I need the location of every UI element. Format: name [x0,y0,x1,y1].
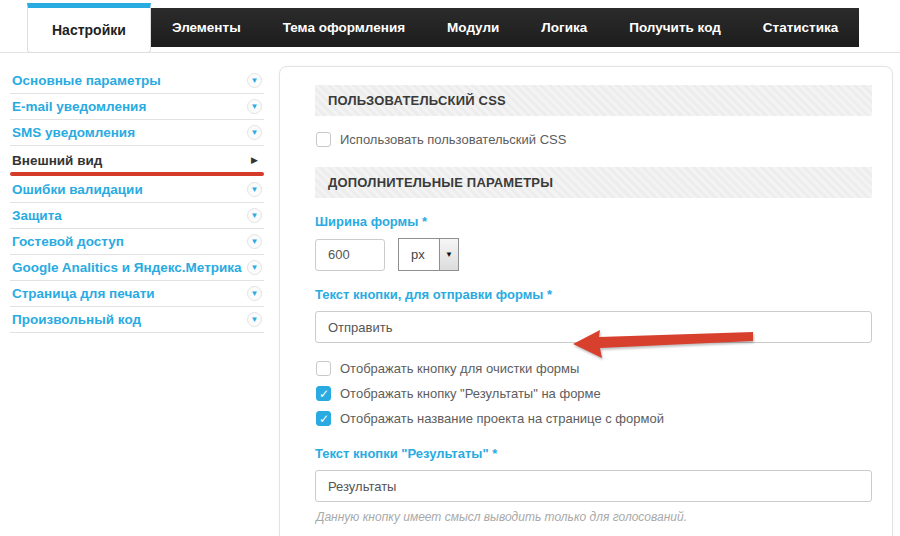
tab-logic[interactable]: Логика [520,8,608,47]
chevron-down-icon[interactable]: ▼ [247,234,262,249]
results-button-text-input[interactable] [315,470,872,502]
submit-button-text-label: Текст кнопки, для отправки формы * [315,287,872,302]
sidebar-item-protection[interactable]: Защита ▼ [10,203,264,229]
section-header-custom-css: ПОЛЬЗОВАТЕЛЬСКИЙ CSS [315,85,872,116]
section-header-additional-params: ДОПОЛНИТЕЛЬНЫЕ ПАРАМЕТРЫ [315,167,872,198]
sidebar-item-label: Google Analitics и Яндекс.Метрика [12,260,242,275]
tab-get-code[interactable]: Получить код [608,8,742,47]
active-item-underline [10,172,264,176]
sidebar-item-label: SMS уведомления [12,125,135,140]
sidebar-item-sms-notifications[interactable]: SMS уведомления ▼ [10,120,264,146]
form-width-unit-select[interactable]: px ▼ [398,238,459,271]
sidebar-item-label: Гостевой доступ [12,234,124,249]
sidebar-item-label: Ошибки валидации [12,182,143,197]
sidebar-item-label: E-mail уведомления [12,99,146,114]
tab-theme[interactable]: Тема оформления [262,8,426,47]
results-button-hint: Данную кнопку имеет смысл выводить тольк… [316,510,871,524]
sidebar-item-print-page[interactable]: Страница для печати ▼ [10,281,264,307]
chevron-down-icon[interactable]: ▼ [247,286,262,301]
sidebar-item-label: Основные параметры [12,73,161,88]
chevron-down-icon[interactable]: ▼ [247,260,262,275]
sidebar-item-guest-access[interactable]: Гостевой доступ ▼ [10,229,264,255]
checkbox-label: Использовать пользовательский CSS [340,132,566,147]
results-button-text-label: Текст кнопки "Результаты" * [315,446,872,461]
checkbox-icon[interactable] [316,132,331,147]
checkbox-icon[interactable] [316,386,331,401]
main-navigation: Элементы Тема оформления Модули Логика П… [151,8,859,47]
checkbox-show-results-button[interactable]: Отображать кнопку "Результаты" на форме [315,382,872,405]
chevron-down-icon[interactable]: ▼ [247,182,262,197]
sidebar-item-label: Произвольный код [12,312,141,327]
sidebar-item-label: Внешний вид [12,153,102,168]
sidebar-item-label: Страница для печати [12,286,155,301]
settings-sidebar: Основные параметры ▼ E-mail уведомления … [10,68,264,333]
tab-modules[interactable]: Модули [426,8,520,47]
chevron-down-icon[interactable]: ▼ [247,125,262,140]
checkbox-use-custom-css[interactable]: Использовать пользовательский CSS [315,128,872,151]
checkbox-label: Отображать кнопку "Результаты" на форме [340,386,601,401]
sidebar-item-custom-code[interactable]: Произвольный код ▼ [10,307,264,333]
tab-elements[interactable]: Элементы [151,8,262,47]
checkbox-label: Отображать кнопку для очистки формы [340,361,579,376]
submit-button-text-input[interactable] [315,311,872,343]
select-dropdown-icon[interactable]: ▼ [439,239,458,270]
selected-unit: px [399,239,439,270]
sidebar-item-email-notifications[interactable]: E-mail уведомления ▼ [10,94,264,120]
settings-panel: ПОЛЬЗОВАТЕЛЬСКИЙ CSS Использовать пользо… [279,66,893,536]
top-tab-strip: Настройки Элементы Тема оформления Модул… [0,0,900,54]
form-width-label: Ширина формы * [315,214,872,229]
checkbox-icon[interactable] [316,411,331,426]
form-width-input[interactable] [315,239,385,271]
tab-settings[interactable]: Настройки [27,3,151,53]
checkbox-show-project-name[interactable]: Отображать название проекта на странице … [315,407,872,430]
checkbox-show-clear-button[interactable]: Отображать кнопку для очистки формы [315,357,872,380]
chevron-down-icon[interactable]: ▼ [247,208,262,223]
checkbox-icon[interactable] [316,361,331,376]
sidebar-item-appearance[interactable]: Внешний вид ▶ [10,146,264,172]
sidebar-item-validation-errors[interactable]: Ошибки валидации ▼ [10,177,264,203]
sidebar-item-main-params[interactable]: Основные параметры ▼ [10,68,264,94]
chevron-down-icon[interactable]: ▼ [247,99,262,114]
chevron-right-icon: ▶ [251,156,258,165]
chevron-down-icon[interactable]: ▼ [247,73,262,88]
chevron-down-icon[interactable]: ▼ [247,312,262,327]
checkbox-label: Отображать название проекта на странице … [340,411,664,426]
tab-statistics[interactable]: Статистика [742,8,859,47]
sidebar-item-analytics[interactable]: Google Analitics и Яндекс.Метрика ▼ [10,255,264,281]
sidebar-item-label: Защита [12,208,62,223]
